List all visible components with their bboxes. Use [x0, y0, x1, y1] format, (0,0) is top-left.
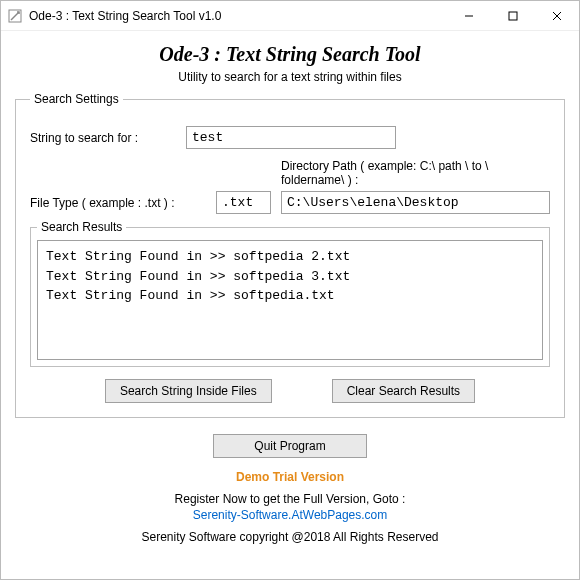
content-area: Ode-3 : Text String Search Tool Utility … — [1, 31, 579, 579]
window-controls — [447, 1, 579, 31]
string-label: String to search for : — [30, 131, 180, 145]
dirpath-label: Directory Path ( example: C:\ path \ to … — [281, 159, 550, 187]
app-icon — [7, 8, 23, 24]
copyright-label: Serenity Software copyright @2018 All Ri… — [15, 530, 565, 544]
filetype-label: File Type ( example : .txt ) : — [30, 196, 210, 210]
demo-label: Demo Trial Version — [15, 470, 565, 484]
app-window: Ode-3 : Text String Search Tool v1.0 Ode… — [0, 0, 580, 580]
svg-rect-3 — [509, 12, 517, 20]
clear-results-button[interactable]: Clear Search Results — [332, 379, 475, 403]
search-settings-group: Search Settings String to search for : F… — [15, 92, 565, 418]
filetype-input[interactable] — [216, 191, 271, 214]
maximize-button[interactable] — [491, 1, 535, 31]
search-results-group: Search Results Text String Found in >> s… — [30, 220, 550, 367]
search-button[interactable]: Search String Inside Files — [105, 379, 272, 403]
dirpath-input[interactable] — [281, 191, 550, 214]
search-string-input[interactable] — [186, 126, 396, 149]
website-link[interactable]: Serenity-Software.AtWebPages.com — [15, 508, 565, 522]
close-button[interactable] — [535, 1, 579, 31]
search-results-legend: Search Results — [37, 220, 126, 234]
svg-line-1 — [11, 12, 19, 20]
app-subtitle: Utility to search for a text string with… — [15, 70, 565, 84]
quit-button[interactable]: Quit Program — [213, 434, 366, 458]
window-title: Ode-3 : Text String Search Tool v1.0 — [29, 9, 447, 23]
register-label: Register Now to get the Full Version, Go… — [15, 492, 565, 506]
search-settings-legend: Search Settings — [30, 92, 123, 106]
minimize-button[interactable] — [447, 1, 491, 31]
app-title: Ode-3 : Text String Search Tool — [15, 43, 565, 66]
titlebar: Ode-3 : Text String Search Tool v1.0 — [1, 1, 579, 31]
results-textarea[interactable]: Text String Found in >> softpedia 2.txt … — [37, 240, 543, 360]
